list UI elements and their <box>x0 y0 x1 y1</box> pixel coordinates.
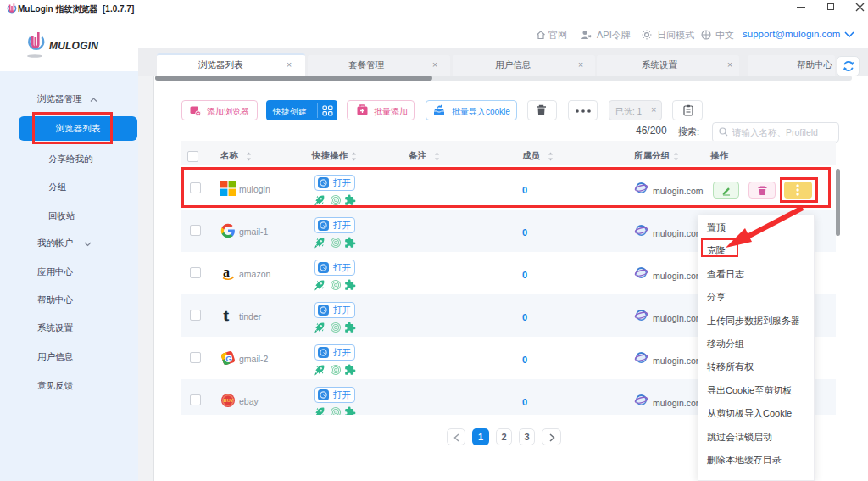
svg-text:a: a <box>223 266 230 279</box>
svg-text:BUY: BUY <box>224 398 234 403</box>
svg-text:G: G <box>225 354 231 363</box>
svg-text:t: t <box>224 308 230 323</box>
